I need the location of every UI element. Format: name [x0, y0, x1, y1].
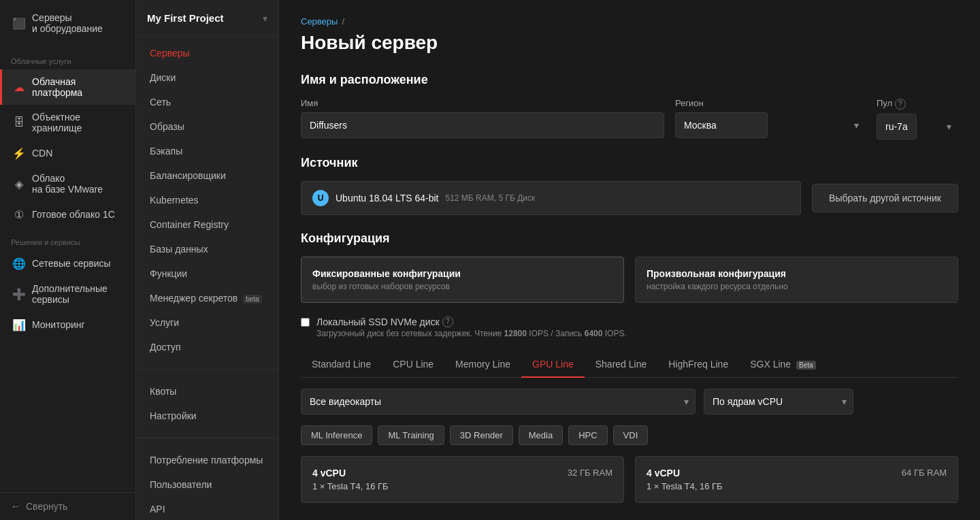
nav-divider [136, 369, 278, 370]
ssd-label-main: Локальный SSD NVMe диск ? [316, 316, 453, 327]
breadcrumb-parent[interactable]: Серверы [301, 16, 338, 27]
network-icon: 🌐 [13, 257, 25, 270]
config-options-row: Фиксированные конфигурации выбор из гото… [301, 257, 958, 303]
nav-item-balancers[interactable]: Балансировщики [136, 163, 278, 188]
project-sidebar: My First Project ▾ Серверы Диски Сеть Об… [136, 0, 279, 520]
server-card-0-vcpu: 4 vCPU [312, 468, 346, 478]
ssd-checkbox-row: Локальный SSD NVMe диск ? Загрузочный ди… [301, 316, 958, 338]
server-card-0-header: 4 vCPU 32 ГБ RAM [312, 468, 612, 478]
change-source-button[interactable]: Выбрать другой источник [812, 184, 958, 212]
ssd-read-iops: 12800 [504, 329, 527, 338]
nav-item-users[interactable]: Пользователи [136, 472, 278, 497]
project-nav-group: Серверы Диски Сеть Образы Бэкапы Баланси… [136, 37, 278, 363]
nav-item-network[interactable]: Сеть [136, 90, 278, 114]
nav-item-consumption[interactable]: Потребление платформы [136, 448, 278, 472]
main-content: Серверы / Новый сервер Имя и расположени… [279, 0, 980, 520]
gpu-filter-select[interactable]: Все видеокарты Tesla T4 A100 [301, 389, 696, 415]
ssd-label-container: Локальный SSD NVMe диск ? Загрузочный ди… [316, 316, 627, 338]
sidebar-item-servers[interactable]: ⬛ Серверыи оборудование [0, 5, 135, 41]
pool-select[interactable]: ru-7a ru-7b [877, 114, 917, 140]
vmware-icon: ◈ [13, 178, 25, 190]
sidebar-item-label: CDN [32, 148, 52, 159]
project-bottom-nav: Квоты Настройки [136, 375, 278, 432]
tab-sgx-line[interactable]: SGX Line Beta [739, 352, 826, 378]
sidebar-item-cdn[interactable]: ⚡ CDN [0, 140, 135, 166]
name-input[interactable] [301, 112, 664, 138]
nav-item-servers[interactable]: Серверы [136, 41, 278, 65]
name-field-container: Имя [301, 98, 664, 140]
tag-vdi[interactable]: VDI [613, 425, 649, 445]
pool-select-wrapper: ru-7a ru-7b [877, 114, 958, 140]
nav-item-secrets[interactable]: Менеджер секретов beta [136, 286, 278, 310]
collapse-label: Свернуть [26, 501, 67, 512]
nav-item-quotas[interactable]: Квоты [136, 379, 278, 404]
nav-item-disks[interactable]: Диски [136, 65, 278, 90]
project-extra-nav: Потребление платформы Пользователи API [136, 444, 278, 520]
pool-help-icon[interactable]: ? [895, 99, 906, 110]
section-source: Источник [301, 156, 958, 170]
sidebar-item-monitoring[interactable]: 📊 Мониторинг [0, 312, 135, 338]
config-card-fixed[interactable]: Фиксированные конфигурации выбор из гото… [301, 257, 624, 303]
tag-3d-render[interactable]: 3D Render [450, 425, 513, 445]
region-label: Регион [675, 98, 866, 108]
region-select[interactable]: Москва Санкт-Петербург [675, 112, 768, 138]
section-configuration: Конфигурация [301, 231, 958, 246]
tab-gpu-line[interactable]: GPU Line [521, 352, 585, 378]
breadcrumb: Серверы / [301, 16, 958, 27]
sort-select[interactable]: По ядрам vCPU По RAM По цене [704, 389, 853, 415]
pool-field-container: Пул ? ru-7a ru-7b [877, 98, 958, 140]
nav-item-databases[interactable]: Базы данных [136, 237, 278, 261]
nav-item-container-registry[interactable]: Container Registry [136, 212, 278, 237]
server-card-1[interactable]: 4 vCPU 64 ГБ RAM 1 × Tesla T4, 16 ГБ [635, 456, 958, 503]
sidebar-item-object-storage[interactable]: 🗄 Объектноехранилище [0, 105, 135, 140]
server-card-1-vcpu: 4 vCPU [647, 468, 680, 478]
project-dropdown-button[interactable]: ▾ [263, 13, 267, 24]
sidebar-item-network[interactable]: 🌐 Сетевые сервисы [0, 250, 135, 276]
sidebar-item-1c[interactable]: ① Готовое облако 1С [0, 201, 135, 227]
tab-memory-line[interactable]: Memory Line [444, 352, 521, 378]
os-name: Ubuntu 18.04 LTS 64-bit [336, 193, 439, 204]
tag-ml-inference[interactable]: ML Inference [301, 425, 372, 445]
nav-item-services[interactable]: Услуги [136, 310, 278, 335]
secrets-badge: beta [243, 295, 261, 304]
config-custom-title: Произвольная конфигурация [647, 268, 947, 279]
name-label: Имя [301, 98, 664, 108]
name-location-row: Имя Регион Москва Санкт-Петербург Пул ? … [301, 98, 958, 140]
sidebar-item-cloud-platform[interactable]: ☁ Облачнаяплатформа [0, 69, 135, 105]
nav-item-api[interactable]: API [136, 497, 278, 520]
tag-media[interactable]: Media [519, 425, 563, 445]
tab-standard-line[interactable]: Standard Line [301, 352, 382, 378]
source-selected-card: U Ubuntu 18.04 LTS 64-bit 512 МБ RAM, 5 … [301, 181, 801, 215]
breadcrumb-separator: / [342, 16, 344, 27]
nav-item-functions[interactable]: Функции [136, 261, 278, 286]
sidebar-collapse[interactable]: ← Свернуть [0, 492, 135, 520]
tag-ml-training[interactable]: ML Training [378, 425, 444, 445]
1c-icon: ① [13, 208, 25, 221]
nav-item-backups[interactable]: Бэкапы [136, 139, 278, 163]
ssd-checkbox[interactable] [301, 318, 310, 327]
source-row: U Ubuntu 18.04 LTS 64-bit 512 МБ RAM, 5 … [301, 181, 958, 215]
project-header: My First Project ▾ [136, 0, 278, 37]
sidebar-section-cloud-services: Облачные услуги [0, 46, 135, 69]
storage-icon: 🗄 [13, 116, 25, 129]
tag-hpc[interactable]: HPC [568, 425, 607, 445]
config-card-custom[interactable]: Произвольная конфигурация настройка кажд… [635, 257, 958, 303]
sidebar-section-solutions: Решения и сервисы [0, 227, 135, 250]
ssd-help-icon[interactable]: ? [442, 316, 453, 327]
tab-cpu-line[interactable]: CPU Line [382, 352, 444, 378]
nav-item-images[interactable]: Образы [136, 114, 278, 139]
sidebar-item-vmware[interactable]: ◈ Облакона базе VMware [0, 166, 135, 201]
monitor-icon: 📊 [13, 319, 25, 331]
tab-highfreq-line[interactable]: HighFreq Line [657, 352, 739, 378]
sort-dropdown-wrapper: По ядрам vCPU По RAM По цене [704, 389, 853, 415]
sidebar-item-extra[interactable]: ➕ Дополнительныесервисы [0, 276, 135, 312]
sidebar-item-label: Серверыи оборудование [32, 12, 103, 34]
nav-item-access[interactable]: Доступ [136, 335, 278, 359]
cloud-icon: ☁ [13, 81, 25, 93]
nav-item-kubernetes[interactable]: Kubernetes [136, 188, 278, 212]
collapse-arrow-icon: ← [11, 501, 20, 512]
config-fixed-desc: выбор из готовых наборов ресурсов [312, 282, 612, 291]
server-card-0[interactable]: 4 vCPU 32 ГБ RAM 1 × Tesla T4, 16 ГБ [301, 456, 624, 503]
nav-item-settings[interactable]: Настройки [136, 404, 278, 428]
tab-shared-line[interactable]: Shared Line [585, 352, 658, 378]
